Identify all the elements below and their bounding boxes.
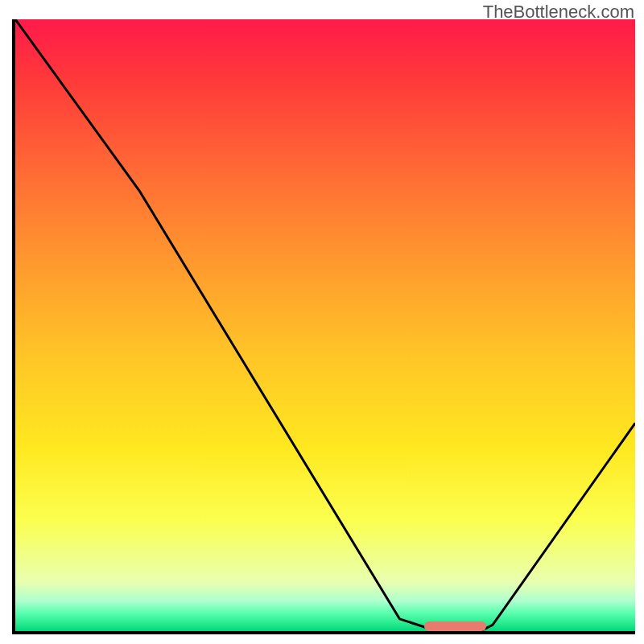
plot-area <box>12 19 635 634</box>
curve-line <box>15 19 635 631</box>
optimal-marker <box>424 621 486 631</box>
chart-container: TheBottleneck.com <box>0 0 644 644</box>
watermark-text: TheBottleneck.com <box>483 2 634 23</box>
